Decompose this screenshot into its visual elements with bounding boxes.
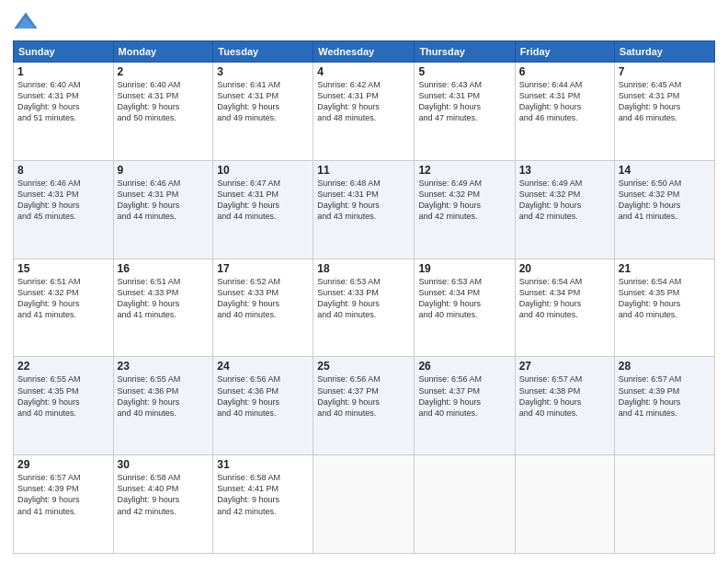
day-cell: 11Sunrise: 6:48 AM Sunset: 4:31 PM Dayli… xyxy=(313,160,415,259)
day-cell: 12Sunrise: 6:49 AM Sunset: 4:32 PM Dayli… xyxy=(415,160,515,259)
week-row-3: 15Sunrise: 6:51 AM Sunset: 4:32 PM Dayli… xyxy=(14,259,715,357)
day-cell: 20Sunrise: 6:54 AM Sunset: 4:34 PM Dayli… xyxy=(515,259,614,357)
day-info: Sunrise: 6:56 AM Sunset: 4:37 PM Dayligh… xyxy=(317,373,410,419)
weekday-sunday: Sunday xyxy=(14,41,114,63)
day-cell: 16Sunrise: 6:51 AM Sunset: 4:33 PM Dayli… xyxy=(113,259,213,357)
day-number: 8 xyxy=(17,164,109,177)
day-cell: 28Sunrise: 6:57 AM Sunset: 4:39 PM Dayli… xyxy=(614,357,714,455)
day-cell: 10Sunrise: 6:47 AM Sunset: 4:31 PM Dayli… xyxy=(213,160,313,259)
logo xyxy=(13,9,40,35)
day-number: 22 xyxy=(17,360,109,373)
day-number: 7 xyxy=(619,65,711,78)
day-cell: 25Sunrise: 6:56 AM Sunset: 4:37 PM Dayli… xyxy=(313,357,415,455)
day-number: 10 xyxy=(217,164,309,177)
day-number: 24 xyxy=(217,360,309,373)
day-info: Sunrise: 6:51 AM Sunset: 4:32 PM Dayligh… xyxy=(17,276,109,321)
week-row-4: 22Sunrise: 6:55 AM Sunset: 4:35 PM Dayli… xyxy=(14,357,715,455)
day-info: Sunrise: 6:51 AM Sunset: 4:33 PM Dayligh… xyxy=(118,276,210,321)
day-number: 29 xyxy=(17,458,109,471)
day-info: Sunrise: 6:40 AM Sunset: 4:31 PM Dayligh… xyxy=(17,79,109,124)
day-cell xyxy=(515,455,614,554)
day-cell: 4Sunrise: 6:42 AM Sunset: 4:31 PM Daylig… xyxy=(313,63,415,161)
day-info: Sunrise: 6:54 AM Sunset: 4:34 PM Dayligh… xyxy=(519,276,610,321)
day-cell: 21Sunrise: 6:54 AM Sunset: 4:35 PM Dayli… xyxy=(614,259,714,357)
day-info: Sunrise: 6:58 AM Sunset: 4:40 PM Dayligh… xyxy=(118,472,210,517)
day-info: Sunrise: 6:49 AM Sunset: 4:32 PM Dayligh… xyxy=(418,178,510,223)
day-info: Sunrise: 6:52 AM Sunset: 4:33 PM Dayligh… xyxy=(217,276,309,321)
day-number: 21 xyxy=(619,262,711,275)
day-cell xyxy=(313,455,415,554)
day-number: 30 xyxy=(118,458,210,471)
day-info: Sunrise: 6:50 AM Sunset: 4:32 PM Dayligh… xyxy=(619,178,711,223)
day-cell: 8Sunrise: 6:46 AM Sunset: 4:31 PM Daylig… xyxy=(14,160,114,259)
day-info: Sunrise: 6:46 AM Sunset: 4:31 PM Dayligh… xyxy=(118,178,210,223)
day-number: 17 xyxy=(217,262,309,275)
day-number: 6 xyxy=(519,65,610,78)
weekday-thursday: Thursday xyxy=(415,41,515,63)
day-info: Sunrise: 6:57 AM Sunset: 4:38 PM Dayligh… xyxy=(519,373,610,419)
day-cell: 5Sunrise: 6:43 AM Sunset: 4:31 PM Daylig… xyxy=(415,63,515,161)
day-cell: 13Sunrise: 6:49 AM Sunset: 4:32 PM Dayli… xyxy=(515,160,614,259)
day-cell: 24Sunrise: 6:56 AM Sunset: 4:36 PM Dayli… xyxy=(213,357,313,455)
day-cell: 6Sunrise: 6:44 AM Sunset: 4:31 PM Daylig… xyxy=(515,63,614,161)
day-info: Sunrise: 6:55 AM Sunset: 4:35 PM Dayligh… xyxy=(17,373,109,419)
day-number: 26 xyxy=(418,360,510,373)
day-number: 27 xyxy=(519,360,610,373)
day-info: Sunrise: 6:49 AM Sunset: 4:32 PM Dayligh… xyxy=(519,178,610,223)
weekday-wednesday: Wednesday xyxy=(313,41,415,63)
day-cell xyxy=(415,455,515,554)
weekday-tuesday: Tuesday xyxy=(213,41,313,63)
day-number: 3 xyxy=(217,65,309,78)
day-cell: 29Sunrise: 6:57 AM Sunset: 4:39 PM Dayli… xyxy=(14,455,114,554)
day-info: Sunrise: 6:56 AM Sunset: 4:37 PM Dayligh… xyxy=(418,373,510,419)
day-cell: 7Sunrise: 6:45 AM Sunset: 4:31 PM Daylig… xyxy=(614,63,714,161)
day-number: 28 xyxy=(619,360,711,373)
day-number: 5 xyxy=(418,65,510,78)
day-info: Sunrise: 6:58 AM Sunset: 4:41 PM Dayligh… xyxy=(217,472,309,517)
day-info: Sunrise: 6:46 AM Sunset: 4:31 PM Dayligh… xyxy=(17,178,109,223)
day-info: Sunrise: 6:41 AM Sunset: 4:31 PM Dayligh… xyxy=(217,79,309,124)
day-info: Sunrise: 6:48 AM Sunset: 4:31 PM Dayligh… xyxy=(317,178,410,223)
day-info: Sunrise: 6:57 AM Sunset: 4:39 PM Dayligh… xyxy=(619,373,711,419)
day-number: 14 xyxy=(619,164,711,177)
header xyxy=(13,9,715,35)
day-number: 15 xyxy=(17,262,109,275)
day-number: 12 xyxy=(418,164,510,177)
day-number: 13 xyxy=(519,164,610,177)
day-cell: 31Sunrise: 6:58 AM Sunset: 4:41 PM Dayli… xyxy=(213,455,313,554)
day-number: 4 xyxy=(317,65,410,78)
day-number: 16 xyxy=(118,262,210,275)
day-cell: 26Sunrise: 6:56 AM Sunset: 4:37 PM Dayli… xyxy=(415,357,515,455)
weekday-monday: Monday xyxy=(113,41,213,63)
day-info: Sunrise: 6:42 AM Sunset: 4:31 PM Dayligh… xyxy=(317,79,410,124)
day-cell: 18Sunrise: 6:53 AM Sunset: 4:33 PM Dayli… xyxy=(313,259,415,357)
day-info: Sunrise: 6:54 AM Sunset: 4:35 PM Dayligh… xyxy=(619,276,711,321)
day-cell: 30Sunrise: 6:58 AM Sunset: 4:40 PM Dayli… xyxy=(113,455,213,554)
day-number: 20 xyxy=(519,262,610,275)
weekday-saturday: Saturday xyxy=(614,41,714,63)
week-row-1: 1Sunrise: 6:40 AM Sunset: 4:31 PM Daylig… xyxy=(14,63,715,161)
day-cell: 17Sunrise: 6:52 AM Sunset: 4:33 PM Dayli… xyxy=(213,259,313,357)
day-info: Sunrise: 6:53 AM Sunset: 4:34 PM Dayligh… xyxy=(418,276,510,321)
day-cell: 27Sunrise: 6:57 AM Sunset: 4:38 PM Dayli… xyxy=(515,357,614,455)
day-cell: 9Sunrise: 6:46 AM Sunset: 4:31 PM Daylig… xyxy=(113,160,213,259)
weekday-header-row: SundayMondayTuesdayWednesdayThursdayFrid… xyxy=(14,41,715,63)
day-cell: 23Sunrise: 6:55 AM Sunset: 4:36 PM Dayli… xyxy=(113,357,213,455)
day-number: 25 xyxy=(317,360,410,373)
day-info: Sunrise: 6:56 AM Sunset: 4:36 PM Dayligh… xyxy=(217,373,309,419)
day-info: Sunrise: 6:45 AM Sunset: 4:31 PM Dayligh… xyxy=(619,79,711,124)
day-info: Sunrise: 6:53 AM Sunset: 4:33 PM Dayligh… xyxy=(317,276,410,321)
calendar-table: SundayMondayTuesdayWednesdayThursdayFrid… xyxy=(13,40,715,554)
day-info: Sunrise: 6:57 AM Sunset: 4:39 PM Dayligh… xyxy=(17,472,109,517)
day-number: 19 xyxy=(418,262,510,275)
day-info: Sunrise: 6:55 AM Sunset: 4:36 PM Dayligh… xyxy=(118,373,210,419)
day-cell: 3Sunrise: 6:41 AM Sunset: 4:31 PM Daylig… xyxy=(213,63,313,161)
day-number: 1 xyxy=(17,65,109,78)
day-cell: 15Sunrise: 6:51 AM Sunset: 4:32 PM Dayli… xyxy=(14,259,114,357)
day-number: 2 xyxy=(118,65,210,78)
day-number: 18 xyxy=(317,262,410,275)
day-number: 9 xyxy=(118,164,210,177)
page-container: SundayMondayTuesdayWednesdayThursdayFrid… xyxy=(0,0,728,563)
day-info: Sunrise: 6:43 AM Sunset: 4:31 PM Dayligh… xyxy=(418,79,510,124)
day-cell: 22Sunrise: 6:55 AM Sunset: 4:35 PM Dayli… xyxy=(14,357,114,455)
